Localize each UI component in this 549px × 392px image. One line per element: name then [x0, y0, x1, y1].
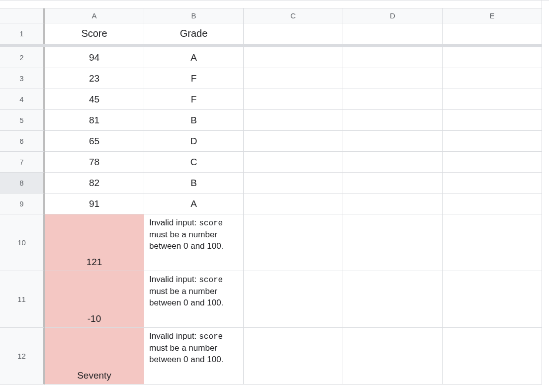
- cell-E12[interactable]: [443, 328, 542, 385]
- cell-B9[interactable]: A: [144, 194, 244, 214]
- cell-D11[interactable]: [343, 271, 443, 328]
- cell-D1[interactable]: [343, 23, 443, 44]
- cell-C11[interactable]: [244, 271, 343, 328]
- select-all-corner[interactable]: [0, 8, 45, 23]
- row-header-3[interactable]: 3: [0, 68, 45, 89]
- cell-C8[interactable]: [244, 173, 343, 194]
- error-text: Invalid input: score must be a number be…: [149, 331, 238, 365]
- col-header-A[interactable]: A: [45, 8, 144, 23]
- cell-A7[interactable]: 78: [45, 152, 144, 173]
- cell-B10[interactable]: Invalid input: score must be a number be…: [144, 214, 244, 271]
- col-header-E[interactable]: E: [443, 8, 542, 23]
- cell-A8[interactable]: 82: [45, 173, 144, 194]
- row-header-9[interactable]: 9: [0, 194, 45, 214]
- row-header-5[interactable]: 5: [0, 110, 45, 131]
- cell-B8[interactable]: B: [144, 173, 244, 194]
- cell-A11[interactable]: -10: [45, 271, 144, 328]
- cell-D4[interactable]: [343, 89, 443, 110]
- cell-C10[interactable]: [244, 214, 343, 271]
- cell-B11[interactable]: Invalid input: score must be a number be…: [144, 271, 244, 328]
- cell-B3[interactable]: F: [144, 68, 244, 89]
- cell-C7[interactable]: [244, 152, 343, 173]
- cell-B12[interactable]: Invalid input: score must be a number be…: [144, 328, 244, 385]
- cell-E4[interactable]: [443, 89, 542, 110]
- cell-A12[interactable]: Seventy: [45, 328, 144, 385]
- cell-E6[interactable]: [443, 131, 542, 152]
- top-edge: [0, 0, 542, 8]
- cell-D9[interactable]: [343, 194, 443, 214]
- cell-B5[interactable]: B: [144, 110, 244, 131]
- row-header-6[interactable]: 6: [0, 131, 45, 152]
- cell-D7[interactable]: [343, 152, 443, 173]
- cell-E1[interactable]: [443, 23, 542, 44]
- row-header-11[interactable]: 11: [0, 271, 45, 328]
- cell-E8[interactable]: [443, 173, 542, 194]
- col-header-B[interactable]: B: [144, 8, 244, 23]
- cell-D5[interactable]: [343, 110, 443, 131]
- cell-E11[interactable]: [443, 271, 542, 328]
- cell-A10[interactable]: 121: [45, 214, 144, 271]
- cell-A5[interactable]: 81: [45, 110, 144, 131]
- cell-C6[interactable]: [244, 131, 343, 152]
- cell-D8[interactable]: [343, 173, 443, 194]
- cell-E7[interactable]: [443, 152, 542, 173]
- cell-A6[interactable]: 65: [45, 131, 144, 152]
- cell-D12[interactable]: [343, 328, 443, 385]
- cell-B4[interactable]: F: [144, 89, 244, 110]
- cell-E3[interactable]: [443, 68, 542, 89]
- cell-A2[interactable]: 94: [45, 47, 144, 68]
- cell-A9[interactable]: 91: [45, 194, 144, 214]
- cell-C2[interactable]: [244, 47, 343, 68]
- cell-A4[interactable]: 45: [45, 89, 144, 110]
- cell-E10[interactable]: [443, 214, 542, 271]
- error-text: Invalid input: score must be a number be…: [149, 274, 238, 308]
- row-header-2[interactable]: 2: [0, 47, 45, 68]
- row-header-4[interactable]: 4: [0, 89, 45, 110]
- row-header-10[interactable]: 10: [0, 214, 45, 271]
- cell-D6[interactable]: [343, 131, 443, 152]
- cell-D2[interactable]: [343, 47, 443, 68]
- cell-E5[interactable]: [443, 110, 542, 131]
- error-text: Invalid input: score must be a number be…: [149, 217, 238, 252]
- cell-D3[interactable]: [343, 68, 443, 89]
- row-header-1[interactable]: 1: [0, 23, 45, 44]
- cell-B7[interactable]: C: [144, 152, 244, 173]
- cell-A1[interactable]: Score: [45, 23, 144, 44]
- cell-C3[interactable]: [244, 68, 343, 89]
- cell-A3[interactable]: 23: [45, 68, 144, 89]
- cell-C12[interactable]: [244, 328, 343, 385]
- cell-E9[interactable]: [443, 194, 542, 214]
- col-header-D[interactable]: D: [343, 8, 443, 23]
- row-header-12[interactable]: 12: [0, 328, 45, 385]
- cell-C1[interactable]: [244, 23, 343, 44]
- cell-B6[interactable]: D: [144, 131, 244, 152]
- cell-B2[interactable]: A: [144, 47, 244, 68]
- row-header-7[interactable]: 7: [0, 152, 45, 173]
- col-header-C[interactable]: C: [244, 8, 343, 23]
- cell-C4[interactable]: [244, 89, 343, 110]
- cell-B1[interactable]: Grade: [144, 23, 244, 44]
- cell-E2[interactable]: [443, 47, 542, 68]
- cell-D10[interactable]: [343, 214, 443, 271]
- cell-C9[interactable]: [244, 194, 343, 214]
- row-header-8[interactable]: 8: [0, 173, 45, 194]
- spreadsheet-grid: A B C D E 1 Score Grade 2 94 A 3 23 F 4 …: [0, 0, 549, 385]
- cell-C5[interactable]: [244, 110, 343, 131]
